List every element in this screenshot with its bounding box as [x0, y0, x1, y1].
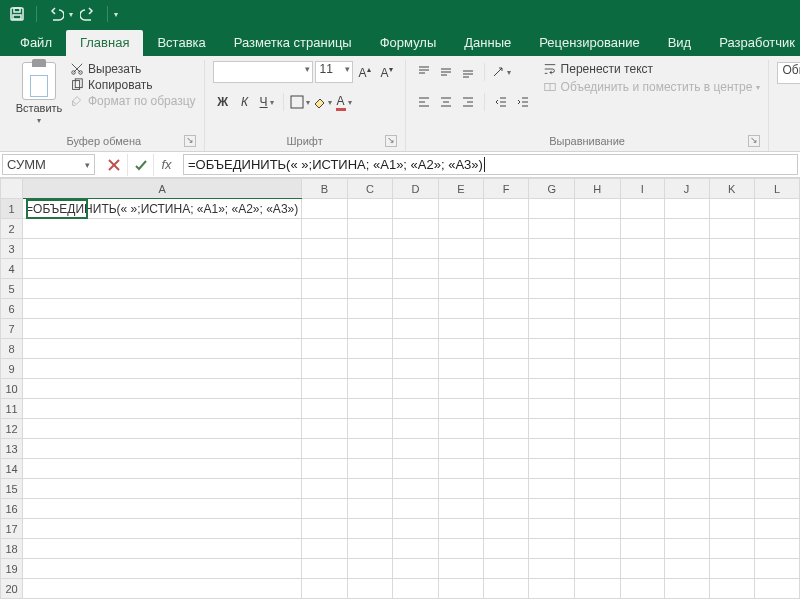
accept-entry-button[interactable]	[127, 154, 153, 176]
cell[interactable]	[438, 199, 483, 219]
row-header[interactable]: 3	[1, 239, 23, 259]
cell[interactable]	[23, 419, 302, 439]
cell[interactable]	[393, 299, 439, 319]
align-bottom-button[interactable]	[458, 62, 478, 82]
cell[interactable]	[23, 359, 302, 379]
cell[interactable]	[23, 459, 302, 479]
cell[interactable]	[484, 439, 529, 459]
cell[interactable]	[664, 419, 709, 439]
cell[interactable]	[620, 439, 664, 459]
number-format-combo[interactable]: Общ	[777, 62, 800, 84]
tab-layout[interactable]: Разметка страницы	[220, 30, 366, 56]
row-header[interactable]: 6	[1, 299, 23, 319]
cell[interactable]	[620, 559, 664, 579]
cell[interactable]	[754, 459, 799, 479]
cell[interactable]	[754, 299, 799, 319]
cell[interactable]	[529, 219, 575, 239]
tab-file[interactable]: Файл	[6, 30, 66, 56]
cell[interactable]	[302, 379, 347, 399]
clipboard-dialog-launcher[interactable]: ↘	[184, 135, 196, 147]
increase-font-button[interactable]: A▴	[355, 62, 375, 82]
cell[interactable]	[575, 239, 621, 259]
cell[interactable]	[754, 259, 799, 279]
cell[interactable]	[575, 359, 621, 379]
cell[interactable]	[575, 499, 621, 519]
cell[interactable]	[484, 579, 529, 599]
cell[interactable]	[529, 419, 575, 439]
cell[interactable]	[529, 359, 575, 379]
column-header[interactable]: C	[347, 179, 393, 199]
row-header[interactable]: 4	[1, 259, 23, 279]
cell[interactable]	[302, 299, 347, 319]
cell[interactable]	[347, 439, 393, 459]
column-header[interactable]: B	[302, 179, 347, 199]
cell[interactable]	[393, 539, 439, 559]
cell[interactable]	[23, 439, 302, 459]
cell[interactable]	[754, 519, 799, 539]
cell[interactable]	[302, 359, 347, 379]
cell[interactable]	[664, 399, 709, 419]
cell[interactable]	[575, 479, 621, 499]
undo-dropdown[interactable]: ▾	[69, 10, 73, 19]
cell[interactable]	[347, 299, 393, 319]
cell[interactable]	[575, 399, 621, 419]
cell[interactable]	[484, 379, 529, 399]
cell[interactable]	[393, 579, 439, 599]
cell[interactable]	[302, 239, 347, 259]
insert-function-button[interactable]: fx	[153, 154, 179, 176]
cell[interactable]	[347, 259, 393, 279]
column-header[interactable]: F	[484, 179, 529, 199]
cell[interactable]	[302, 259, 347, 279]
cell[interactable]	[529, 279, 575, 299]
row-header[interactable]: 9	[1, 359, 23, 379]
cell[interactable]	[438, 279, 483, 299]
cell[interactable]	[664, 219, 709, 239]
cell[interactable]	[754, 279, 799, 299]
cell[interactable]	[484, 219, 529, 239]
select-all-corner[interactable]	[1, 179, 23, 199]
cell[interactable]	[620, 539, 664, 559]
cell[interactable]	[393, 219, 439, 239]
cell[interactable]	[709, 359, 754, 379]
font-color-button[interactable]: А	[334, 92, 354, 112]
save-button[interactable]	[6, 3, 28, 25]
cell[interactable]	[23, 479, 302, 499]
cell[interactable]	[664, 319, 709, 339]
cell[interactable]	[484, 499, 529, 519]
cell[interactable]	[484, 239, 529, 259]
cell[interactable]	[302, 419, 347, 439]
italic-button[interactable]: К	[235, 92, 255, 112]
cell[interactable]	[575, 379, 621, 399]
cell[interactable]	[438, 399, 483, 419]
cell[interactable]	[620, 339, 664, 359]
tab-view[interactable]: Вид	[654, 30, 706, 56]
cell[interactable]	[709, 379, 754, 399]
cell[interactable]	[754, 359, 799, 379]
cell[interactable]	[575, 259, 621, 279]
cell[interactable]	[529, 519, 575, 539]
cell[interactable]	[620, 579, 664, 599]
column-header[interactable]: A	[23, 179, 302, 199]
cell[interactable]	[302, 479, 347, 499]
cell[interactable]	[620, 259, 664, 279]
merge-center-button[interactable]: Объединить и поместить в центре ▾	[543, 80, 761, 94]
tab-formulas[interactable]: Формулы	[366, 30, 451, 56]
cell[interactable]	[23, 539, 302, 559]
cell[interactable]	[709, 579, 754, 599]
cell[interactable]	[575, 299, 621, 319]
cell[interactable]	[393, 419, 439, 439]
cell[interactable]	[484, 539, 529, 559]
align-middle-button[interactable]	[436, 62, 456, 82]
cell[interactable]	[438, 519, 483, 539]
row-header[interactable]: 12	[1, 419, 23, 439]
cell[interactable]	[23, 259, 302, 279]
cell[interactable]	[438, 259, 483, 279]
cell[interactable]	[347, 399, 393, 419]
cell[interactable]	[438, 559, 483, 579]
cell[interactable]	[393, 559, 439, 579]
cell[interactable]	[709, 199, 754, 219]
increase-indent-button[interactable]	[513, 92, 533, 112]
cell[interactable]	[393, 379, 439, 399]
cell[interactable]	[709, 219, 754, 239]
cell[interactable]	[23, 219, 302, 239]
